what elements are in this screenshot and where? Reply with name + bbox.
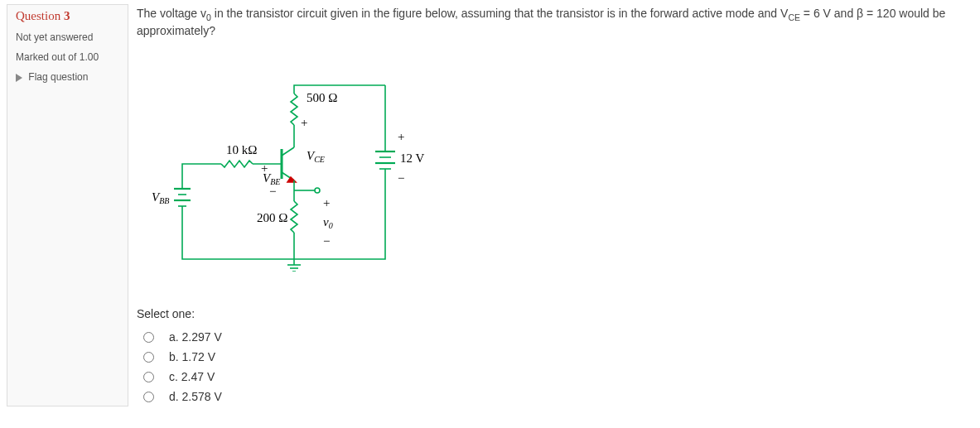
label-vce: VCE	[307, 149, 325, 164]
select-one-label: Select one:	[137, 307, 973, 320]
label-vbb: VBB	[152, 190, 169, 205]
option-d[interactable]: d. 2.578 V	[137, 387, 973, 406]
option-c-label: c. 2.47 V	[169, 370, 215, 383]
flag-question-text: Flag question	[28, 71, 88, 83]
svg-point-1	[315, 188, 320, 193]
label-r10k: 10 kΩ	[226, 143, 257, 156]
label-minus-vo: −	[323, 234, 330, 248]
label-12v: 12 V	[400, 151, 424, 165]
option-b-radio[interactable]	[143, 352, 154, 363]
qtext-pre: The voltage v	[137, 7, 206, 20]
flag-icon	[16, 74, 22, 82]
answer-options: a. 2.297 V b. 1.72 V c. 2.47 V d. 2.578 …	[137, 327, 973, 406]
label-r500: 500 Ω	[307, 91, 337, 104]
option-c-radio[interactable]	[143, 372, 154, 382]
question-content: The voltage v0 in the transistor circuit…	[137, 4, 973, 406]
question-number-value: 3	[64, 9, 70, 22]
label-minus-vbe: −	[269, 185, 276, 198]
label-minus-12v: −	[398, 171, 404, 185]
option-c[interactable]: c. 2.47 V	[137, 367, 973, 387]
label-r200: 200 Ω	[257, 211, 287, 224]
label-plus-vo: +	[323, 196, 330, 209]
option-a-label: a. 2.297 V	[169, 330, 222, 344]
answer-status: Not yet answered	[7, 27, 128, 47]
question-label-text: Question	[16, 9, 60, 22]
option-a-radio[interactable]	[143, 332, 154, 343]
question-info-panel: Question 3 Not yet answered Marked out o…	[7, 4, 128, 406]
label-plus-vbe: +	[261, 161, 268, 175]
qtext-mid: in the transistor circuit given in the f…	[211, 7, 788, 20]
qtext-sub2: CE	[788, 12, 800, 22]
option-a[interactable]: a. 2.297 V	[137, 327, 973, 347]
flag-question-link[interactable]: Flag question	[7, 67, 128, 87]
mark-status: Marked out of 1.00	[7, 47, 128, 67]
option-d-label: d. 2.578 V	[169, 390, 222, 403]
question-text: The voltage v0 in the transistor circuit…	[137, 6, 973, 40]
circuit-diagram: 500 Ω + 10 kΩ VBB VCE VBE + − 12 V + − 2…	[137, 56, 973, 274]
option-d-radio[interactable]	[143, 392, 154, 402]
label-plus-500: +	[301, 116, 307, 129]
label-vo: v0	[323, 215, 333, 230]
question-number: Question 3	[7, 5, 128, 27]
label-plus-12v: +	[398, 130, 404, 143]
option-b[interactable]: b. 1.72 V	[137, 347, 973, 367]
option-b-label: b. 1.72 V	[169, 350, 215, 363]
